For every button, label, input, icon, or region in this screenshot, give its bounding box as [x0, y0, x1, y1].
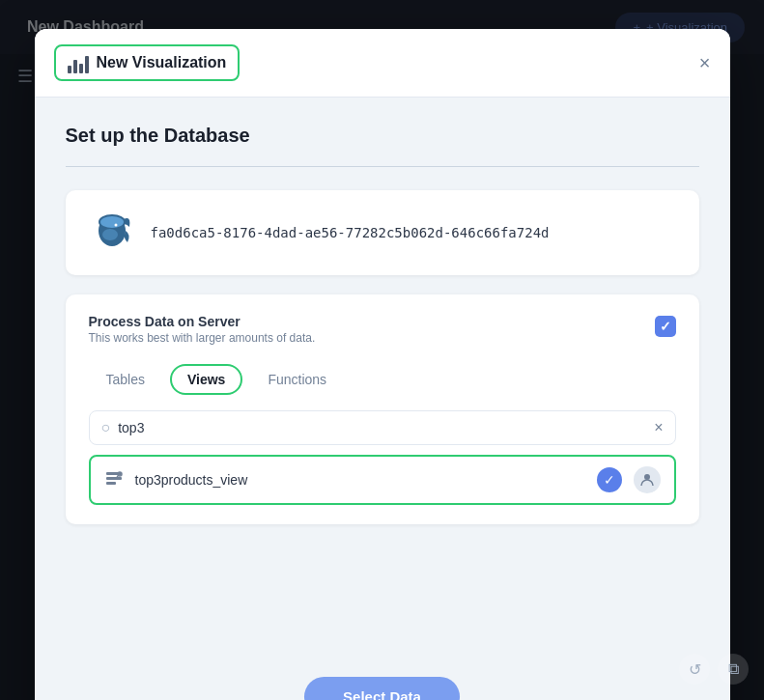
modal-title: New Visualization [97, 54, 227, 71]
process-data-sublabel: This works best with larger amounts of d… [89, 331, 316, 345]
svg-rect-6 [106, 477, 122, 480]
item-person-icon [634, 466, 661, 493]
search-clear-button[interactable]: × [654, 419, 663, 436]
process-data-checkbox[interactable] [655, 316, 676, 337]
process-data-row: Process Data on Server This works best w… [89, 314, 676, 345]
chart-bar-icon [68, 52, 89, 73]
refresh-icon[interactable]: ↺ [679, 654, 710, 685]
options-card: Process Data on Server This works best w… [66, 294, 699, 524]
modal-body: Set up the Database fa0d6ca5-8176-4dad-a… [35, 98, 730, 658]
tabs-container: Tables Views Functions [89, 364, 676, 395]
search-input[interactable]: top3 [118, 420, 646, 435]
process-data-labels: Process Data on Server This works best w… [89, 314, 316, 345]
section-title: Set up the Database [66, 125, 699, 147]
svg-point-3 [114, 224, 117, 227]
item-selected-checkmark: ✓ [597, 467, 622, 492]
select-data-button[interactable]: Select Data [304, 677, 460, 700]
new-visualization-modal: New Visualization × Set up the Database [35, 29, 730, 700]
selected-item-row[interactable]: top3products_view ✓ [89, 455, 676, 505]
modal-title-area: New Visualization [54, 44, 241, 81]
search-icon: ○ [101, 419, 111, 436]
database-card[interactable]: fa0d6ca5-8176-4dad-ae56-77282c5b062d-646… [66, 190, 699, 275]
selected-item-name: top3products_view [135, 472, 585, 488]
divider [66, 166, 699, 167]
postgresql-icon [89, 210, 135, 256]
database-id: fa0d6ca5-8176-4dad-ae56-77282c5b062d-646… [151, 225, 550, 240]
process-data-label: Process Data on Server [89, 314, 316, 329]
modal-footer: Select Data [35, 658, 730, 700]
tab-functions[interactable]: Functions [250, 364, 344, 395]
bottom-icons: ↺ ⧉ [679, 654, 749, 685]
svg-point-4 [102, 229, 118, 240]
modal-close-button[interactable]: × [699, 53, 711, 72]
svg-point-10 [644, 474, 650, 480]
modal-header: New Visualization × [35, 29, 730, 98]
svg-rect-7 [106, 482, 116, 485]
copy-icon[interactable]: ⧉ [718, 654, 749, 685]
tab-tables[interactable]: Tables [89, 364, 162, 395]
svg-point-2 [100, 216, 124, 228]
view-icon [104, 468, 124, 492]
search-row: ○ top3 × [89, 410, 676, 445]
tab-views[interactable]: Views [170, 364, 242, 395]
